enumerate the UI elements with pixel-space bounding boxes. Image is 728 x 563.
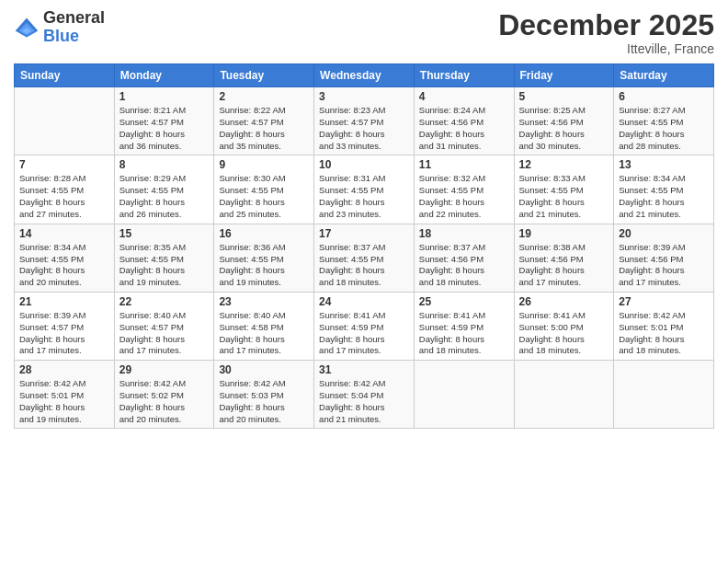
calendar-cell: 8Sunrise: 8:29 AM Sunset: 4:55 PM Daylig… (114, 155, 214, 224)
day-number: 30 (219, 363, 309, 376)
week-row-2: 7Sunrise: 8:28 AM Sunset: 4:55 PM Daylig… (15, 155, 714, 224)
week-row-4: 21Sunrise: 8:39 AM Sunset: 4:57 PM Dayli… (15, 292, 714, 360)
day-info: Sunrise: 8:39 AM Sunset: 4:57 PM Dayligh… (19, 310, 109, 357)
calendar-cell: 9Sunrise: 8:30 AM Sunset: 4:55 PM Daylig… (214, 155, 314, 224)
calendar-cell: 22Sunrise: 8:40 AM Sunset: 4:57 PM Dayli… (114, 292, 214, 360)
calendar-cell: 15Sunrise: 8:35 AM Sunset: 4:55 PM Dayli… (114, 224, 214, 292)
day-number: 9 (219, 158, 309, 171)
day-number: 17 (319, 227, 409, 240)
calendar-cell: 3Sunrise: 8:23 AM Sunset: 4:57 PM Daylig… (314, 87, 415, 155)
calendar-cell: 27Sunrise: 8:42 AM Sunset: 5:01 PM Dayli… (614, 292, 714, 360)
calendar-cell (15, 87, 115, 155)
logo-text: General Blue (43, 9, 105, 46)
month-title: December 2025 (498, 9, 714, 41)
calendar-cell: 17Sunrise: 8:37 AM Sunset: 4:55 PM Dayli… (314, 224, 415, 292)
day-number: 27 (619, 295, 709, 308)
day-number: 18 (419, 227, 509, 240)
header: General Blue December 2025 Itteville, Fr… (14, 9, 714, 56)
calendar-cell: 16Sunrise: 8:36 AM Sunset: 4:55 PM Dayli… (214, 224, 314, 292)
day-info: Sunrise: 8:40 AM Sunset: 4:58 PM Dayligh… (219, 310, 309, 357)
calendar-cell: 13Sunrise: 8:34 AM Sunset: 4:55 PM Dayli… (614, 155, 714, 224)
logo-general-text: General (43, 9, 105, 28)
day-number: 19 (519, 227, 609, 240)
day-number: 15 (119, 227, 210, 240)
logo-blue-text: Blue (43, 28, 105, 46)
calendar-cell: 4Sunrise: 8:24 AM Sunset: 4:56 PM Daylig… (414, 87, 514, 155)
location: Itteville, France (498, 41, 714, 56)
calendar-cell: 7Sunrise: 8:28 AM Sunset: 4:55 PM Daylig… (15, 155, 115, 224)
day-info: Sunrise: 8:30 AM Sunset: 4:55 PM Dayligh… (219, 173, 309, 220)
day-number: 1 (119, 90, 210, 103)
calendar-cell: 25Sunrise: 8:41 AM Sunset: 4:59 PM Dayli… (414, 292, 514, 360)
calendar-cell: 5Sunrise: 8:25 AM Sunset: 4:56 PM Daylig… (514, 87, 614, 155)
calendar-cell: 23Sunrise: 8:40 AM Sunset: 4:58 PM Dayli… (214, 292, 314, 360)
title-section: December 2025 Itteville, France (498, 9, 714, 56)
day-info: Sunrise: 8:42 AM Sunset: 5:04 PM Dayligh… (319, 378, 409, 425)
calendar-cell: 11Sunrise: 8:32 AM Sunset: 4:55 PM Dayli… (414, 155, 514, 224)
day-info: Sunrise: 8:28 AM Sunset: 4:55 PM Dayligh… (19, 173, 109, 220)
logo: General Blue (14, 9, 105, 46)
day-info: Sunrise: 8:24 AM Sunset: 4:56 PM Dayligh… (419, 105, 509, 152)
day-number: 5 (519, 90, 609, 103)
calendar-cell: 14Sunrise: 8:34 AM Sunset: 4:55 PM Dayli… (15, 224, 115, 292)
calendar-cell: 2Sunrise: 8:22 AM Sunset: 4:57 PM Daylig… (214, 87, 314, 155)
calendar-cell: 12Sunrise: 8:33 AM Sunset: 4:55 PM Dayli… (514, 155, 614, 224)
day-info: Sunrise: 8:42 AM Sunset: 5:01 PM Dayligh… (619, 310, 709, 357)
calendar-cell: 20Sunrise: 8:39 AM Sunset: 4:56 PM Dayli… (614, 224, 714, 292)
day-info: Sunrise: 8:39 AM Sunset: 4:56 PM Dayligh… (619, 242, 709, 289)
day-info: Sunrise: 8:34 AM Sunset: 4:55 PM Dayligh… (19, 242, 109, 289)
day-number: 23 (219, 295, 309, 308)
day-info: Sunrise: 8:25 AM Sunset: 4:56 PM Dayligh… (519, 105, 609, 152)
week-row-3: 14Sunrise: 8:34 AM Sunset: 4:55 PM Dayli… (15, 224, 714, 292)
day-info: Sunrise: 8:34 AM Sunset: 4:55 PM Dayligh… (619, 173, 709, 220)
day-info: Sunrise: 8:21 AM Sunset: 4:57 PM Dayligh… (119, 105, 210, 152)
calendar-cell: 1Sunrise: 8:21 AM Sunset: 4:57 PM Daylig… (114, 87, 214, 155)
col-sunday: Sunday (15, 64, 115, 87)
day-number: 25 (419, 295, 509, 308)
day-info: Sunrise: 8:41 AM Sunset: 4:59 PM Dayligh… (419, 310, 509, 357)
day-info: Sunrise: 8:37 AM Sunset: 4:55 PM Dayligh… (319, 242, 409, 289)
day-number: 3 (319, 90, 409, 103)
calendar-cell (514, 361, 614, 429)
calendar-cell: 28Sunrise: 8:42 AM Sunset: 5:01 PM Dayli… (15, 361, 115, 429)
col-tuesday: Tuesday (214, 64, 314, 87)
calendar-table: Sunday Monday Tuesday Wednesday Thursday… (14, 63, 714, 429)
logo-icon (14, 15, 40, 40)
col-monday: Monday (114, 64, 214, 87)
week-row-5: 28Sunrise: 8:42 AM Sunset: 5:01 PM Dayli… (15, 361, 714, 429)
day-info: Sunrise: 8:35 AM Sunset: 4:55 PM Dayligh… (119, 242, 210, 289)
calendar-cell: 26Sunrise: 8:41 AM Sunset: 5:00 PM Dayli… (514, 292, 614, 360)
day-number: 21 (19, 295, 109, 308)
calendar-cell: 21Sunrise: 8:39 AM Sunset: 4:57 PM Dayli… (15, 292, 115, 360)
day-number: 6 (619, 90, 709, 103)
day-number: 29 (119, 363, 210, 376)
day-info: Sunrise: 8:31 AM Sunset: 4:55 PM Dayligh… (319, 173, 409, 220)
day-number: 10 (319, 158, 409, 171)
day-number: 11 (419, 158, 509, 171)
day-number: 22 (119, 295, 210, 308)
day-info: Sunrise: 8:41 AM Sunset: 5:00 PM Dayligh… (519, 310, 609, 357)
col-saturday: Saturday (614, 64, 714, 87)
day-number: 2 (219, 90, 309, 103)
day-info: Sunrise: 8:37 AM Sunset: 4:56 PM Dayligh… (419, 242, 509, 289)
day-number: 14 (19, 227, 109, 240)
day-number: 26 (519, 295, 609, 308)
calendar-cell: 18Sunrise: 8:37 AM Sunset: 4:56 PM Dayli… (414, 224, 514, 292)
day-number: 24 (319, 295, 409, 308)
calendar-cell (414, 361, 514, 429)
day-info: Sunrise: 8:42 AM Sunset: 5:02 PM Dayligh… (119, 378, 210, 425)
calendar-cell: 30Sunrise: 8:42 AM Sunset: 5:03 PM Dayli… (214, 361, 314, 429)
day-info: Sunrise: 8:27 AM Sunset: 4:55 PM Dayligh… (619, 105, 709, 152)
day-info: Sunrise: 8:22 AM Sunset: 4:57 PM Dayligh… (219, 105, 309, 152)
calendar-cell (614, 361, 714, 429)
week-row-1: 1Sunrise: 8:21 AM Sunset: 4:57 PM Daylig… (15, 87, 714, 155)
day-info: Sunrise: 8:33 AM Sunset: 4:55 PM Dayligh… (519, 173, 609, 220)
day-number: 7 (19, 158, 109, 171)
header-row: Sunday Monday Tuesday Wednesday Thursday… (15, 64, 714, 87)
day-number: 28 (19, 363, 109, 376)
day-number: 20 (619, 227, 709, 240)
col-friday: Friday (514, 64, 614, 87)
calendar-cell: 31Sunrise: 8:42 AM Sunset: 5:04 PM Dayli… (314, 361, 415, 429)
page: General Blue December 2025 Itteville, Fr… (0, 0, 728, 563)
day-info: Sunrise: 8:38 AM Sunset: 4:56 PM Dayligh… (519, 242, 609, 289)
